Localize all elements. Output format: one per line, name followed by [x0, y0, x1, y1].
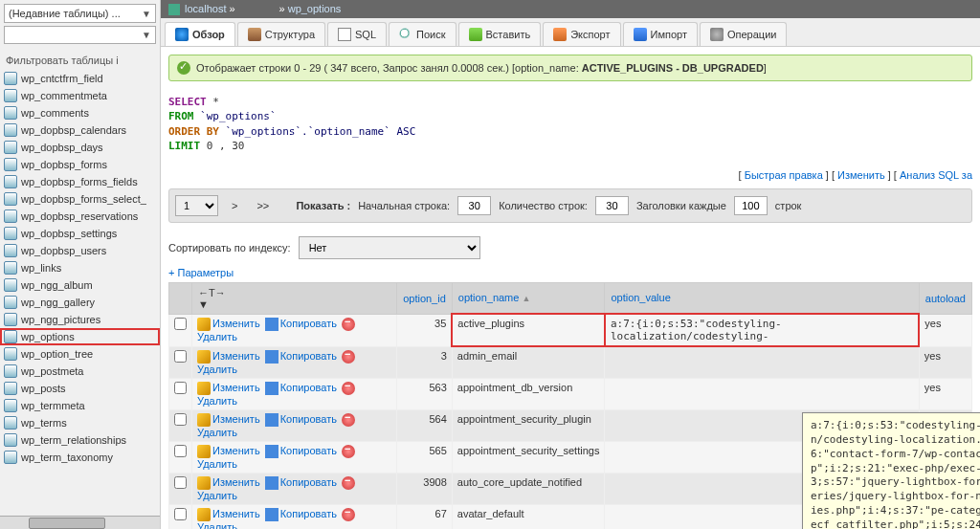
sidebar-table-item[interactable]: wp_dopbsp_calendars — [0, 121, 160, 139]
tab-structure[interactable]: Структура — [237, 22, 325, 46]
table-row: Изменить Копировать Удалить563appointmen… — [169, 378, 972, 409]
sidebar-table-item[interactable]: wp_comments — [0, 104, 160, 121]
copy-row-link[interactable]: Копировать — [280, 318, 337, 329]
sidebar-table-item[interactable]: wp_ngg_pictures — [0, 311, 160, 328]
row-checkbox[interactable] — [174, 318, 187, 330]
delete-row-link[interactable]: Удалить — [197, 458, 237, 470]
copy-row-link[interactable]: Копировать — [280, 413, 337, 425]
copy-row-link[interactable]: Копировать — [280, 508, 337, 519]
edit-row-link[interactable]: Изменить — [212, 476, 260, 488]
row-checkbox[interactable] — [174, 445, 187, 457]
sidebar-table-item[interactable]: wp_dopbsp_forms_fields — [0, 173, 160, 190]
sidebar-table-item[interactable]: wp_dopbsp_days — [0, 139, 160, 156]
next-page-button[interactable]: > — [226, 198, 243, 213]
page-select[interactable]: 1 — [175, 195, 218, 216]
rows-suffix-label: строк — [775, 200, 802, 211]
table-icon — [4, 451, 17, 464]
delete-icon — [342, 318, 355, 331]
row-checkbox[interactable] — [174, 350, 187, 363]
tab-insert[interactable]: Вставить — [458, 22, 542, 46]
delete-row-link[interactable]: Удалить — [197, 490, 237, 501]
sidebar-table-item[interactable]: wp_term_taxonomy — [0, 449, 160, 466]
col-autoload[interactable]: autoload — [919, 282, 971, 314]
table-icon — [4, 141, 17, 154]
tab-operations[interactable]: Операции — [700, 22, 787, 46]
copy-row-link[interactable]: Копировать — [280, 382, 337, 393]
table-icon — [4, 192, 17, 206]
delete-row-link[interactable]: Удалить — [197, 395, 237, 407]
sidebar-table-item[interactable]: wp_ngg_gallery — [0, 294, 160, 311]
breadcrumb: localhost » » wp_options — [161, 0, 980, 18]
col-option-name[interactable]: option_name ▲ — [452, 282, 605, 314]
edit-row-link[interactable]: Изменить — [212, 413, 260, 425]
cell-option-id: 67 — [397, 505, 453, 529]
breadcrumb-table[interactable]: wp_options — [288, 3, 342, 14]
sidebar-table-item[interactable]: wp_dopbsp_reservations — [0, 208, 160, 225]
copy-row-link[interactable]: Копировать — [280, 476, 337, 488]
sidebar-table-item[interactable]: wp_ngg_album — [0, 276, 160, 294]
sidebar-table-item[interactable]: wp_commentmeta — [0, 87, 160, 104]
quick-edit-link[interactable]: Быстрая правка — [745, 169, 823, 181]
table-icon — [4, 296, 17, 309]
recent-tables-dropdown[interactable]: (Недавние таблицы) ... ▼ — [4, 4, 156, 23]
edit-row-link[interactable]: Изменить — [212, 382, 260, 393]
copy-row-link[interactable]: Копировать — [280, 350, 337, 362]
row-count-input[interactable] — [595, 196, 629, 215]
sidebar-table-item[interactable]: wp_term_relationships — [0, 431, 160, 449]
cell-option-name: active_plugins — [452, 314, 605, 346]
row-checkbox[interactable] — [174, 382, 187, 394]
sidebar-table-item[interactable]: wp_option_tree — [0, 345, 160, 363]
edit-query-link[interactable]: Изменить — [837, 169, 885, 181]
last-page-button[interactable]: >> — [251, 198, 275, 213]
cell-option-id: 35 — [397, 314, 453, 346]
tab-import[interactable]: Импорт — [623, 22, 698, 46]
analyze-sql-link[interactable]: Анализ SQL за — [900, 169, 972, 181]
breadcrumb-host[interactable]: localhost — [185, 3, 226, 14]
headers-every-input[interactable] — [734, 196, 768, 215]
sort-label: Сортировать по индексу: — [168, 242, 291, 253]
sidebar-table-item[interactable]: wp_terms — [0, 414, 160, 431]
sidebar-scrollbar[interactable] — [0, 516, 160, 529]
sidebar-table-item[interactable]: wp_cntctfrm_field — [0, 70, 160, 87]
sort-index-select[interactable]: Нет — [299, 236, 480, 259]
sidebar-table-item[interactable]: wp_options — [0, 328, 160, 345]
edit-row-link[interactable]: Изменить — [212, 445, 260, 456]
sidebar-table-item[interactable]: wp_postmeta — [0, 363, 160, 380]
copy-row-link[interactable]: Копировать — [280, 445, 337, 456]
row-checkbox[interactable] — [174, 413, 187, 426]
delete-icon — [342, 508, 355, 521]
sidebar-table-item[interactable]: wp_dopbsp_forms — [0, 156, 160, 173]
tab-sql[interactable]: SQL — [327, 22, 387, 46]
recent-tables-label: (Недавние таблицы) ... — [9, 8, 121, 19]
edit-icon — [197, 318, 211, 331]
sidebar-table-item[interactable]: wp_termmeta — [0, 397, 160, 414]
row-checkbox[interactable] — [174, 476, 187, 489]
col-option-value[interactable]: option_value — [605, 282, 919, 314]
database-dropdown[interactable]: ▼ — [4, 26, 156, 44]
edit-icon — [197, 508, 211, 521]
cell-autoload: yes — [919, 346, 971, 378]
start-row-input[interactable] — [457, 196, 491, 215]
sidebar-table-item[interactable]: wp_dopbsp_forms_select_ — [0, 190, 160, 208]
tab-search[interactable]: Поиск — [389, 22, 456, 46]
delete-row-link[interactable]: Удалить — [197, 427, 237, 438]
edit-row-link[interactable]: Изменить — [212, 318, 260, 329]
row-checkbox[interactable] — [174, 508, 187, 520]
delete-row-link[interactable]: Удалить — [197, 331, 237, 342]
copy-icon — [265, 413, 278, 427]
edit-row-link[interactable]: Изменить — [212, 508, 260, 519]
edit-row-link[interactable]: Изменить — [212, 350, 260, 362]
params-toggle[interactable]: + Параметры — [168, 267, 972, 278]
col-option-id[interactable]: option_id — [397, 282, 453, 314]
tab-browse[interactable]: Обзор — [165, 22, 235, 46]
delete-icon — [342, 476, 355, 490]
sidebar-table-item[interactable]: wp_posts — [0, 380, 160, 397]
cell-option-value — [605, 346, 919, 378]
tab-export[interactable]: Экспорт — [543, 22, 620, 46]
sidebar-table-item[interactable]: wp_dopbsp_users — [0, 242, 160, 259]
delete-row-link[interactable]: Удалить — [197, 521, 237, 529]
sidebar-table-item[interactable]: wp_dopbsp_settings — [0, 225, 160, 242]
sidebar-table-item[interactable]: wp_links — [0, 259, 160, 276]
delete-row-link[interactable]: Удалить — [197, 364, 237, 375]
chevron-down-icon: ▼ — [142, 30, 151, 40]
